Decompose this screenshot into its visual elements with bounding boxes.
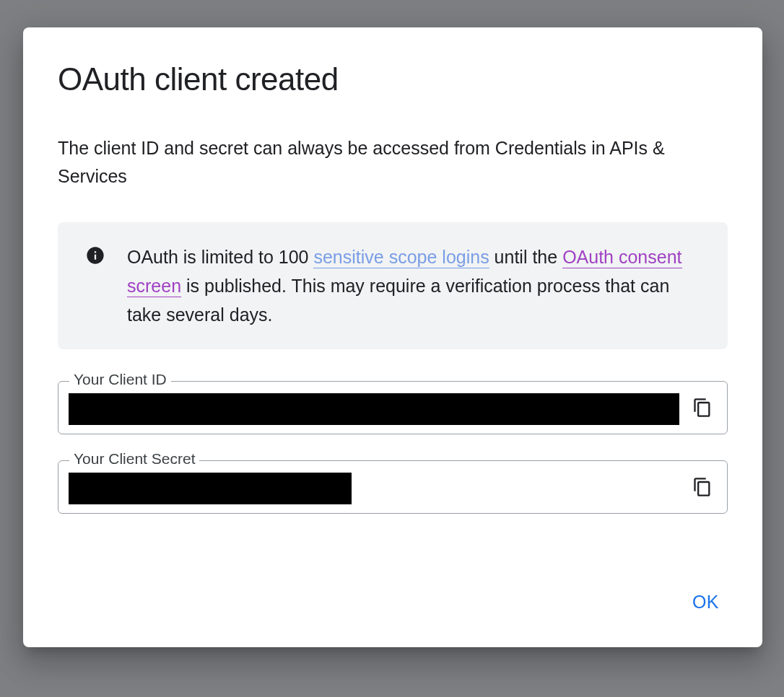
client-id-outline	[58, 381, 728, 434]
info-text-part3: is published. This may require a verific…	[127, 276, 669, 325]
copy-client-id-button[interactable]	[691, 398, 714, 421]
client-id-value-redacted	[69, 393, 679, 425]
dialog-description: The client ID and secret can always be a…	[58, 134, 728, 190]
info-icon	[85, 245, 105, 266]
info-text-part2: until the	[489, 247, 562, 267]
info-text: OAuth is limited to 100 sensitive scope …	[127, 242, 706, 329]
client-secret-field-group: Your Client Secret	[58, 460, 728, 514]
client-secret-value-redacted	[69, 473, 352, 504]
copy-icon	[692, 477, 713, 500]
client-secret-outline	[58, 460, 728, 514]
copy-icon	[692, 398, 713, 421]
info-text-part1: OAuth is limited to 100	[127, 247, 313, 267]
dialog-actions: OK	[58, 586, 728, 618]
ok-button[interactable]: OK	[684, 586, 728, 618]
oauth-client-created-dialog: OAuth client created The client ID and s…	[23, 27, 762, 647]
client-id-label: Your Client ID	[69, 371, 171, 388]
client-secret-label: Your Client Secret	[69, 450, 199, 468]
client-id-field-group: Your Client ID	[58, 381, 728, 434]
dialog-title: OAuth client created	[58, 62, 728, 97]
sensitive-scope-logins-link[interactable]: sensitive scope logins	[313, 247, 489, 268]
info-box: OAuth is limited to 100 sensitive scope …	[58, 222, 728, 349]
copy-client-secret-button[interactable]	[691, 477, 714, 500]
